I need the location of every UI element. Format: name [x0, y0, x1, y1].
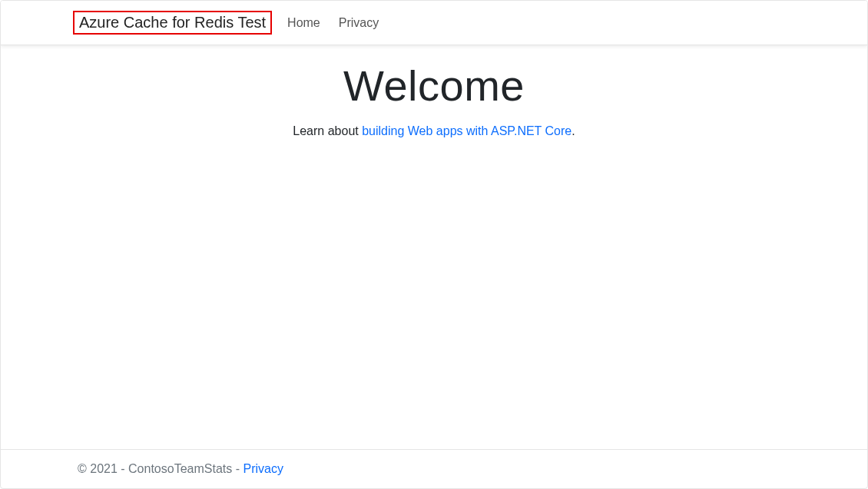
lead-text: Learn about building Web apps with ASP.N…	[293, 124, 575, 138]
footer: © 2021 - ContosoTeamStats - Privacy	[1, 449, 867, 488]
brand-link[interactable]: Azure Cache for Redis Test	[79, 14, 266, 31]
lead-link[interactable]: building Web apps with ASP.NET Core	[362, 124, 571, 137]
footer-copyright: © 2021 - ContosoTeamStats -	[78, 462, 243, 475]
brand-highlight-box: Azure Cache for Redis Test	[73, 11, 272, 35]
footer-privacy-link[interactable]: Privacy	[243, 462, 283, 475]
page-title: Welcome	[343, 61, 525, 111]
top-nav: Azure Cache for Redis Test Home Privacy	[1, 1, 867, 45]
nav-container: Azure Cache for Redis Test Home Privacy	[1, 1, 867, 45]
main-content: Welcome Learn about building Web apps wi…	[1, 45, 867, 449]
nav-link-privacy[interactable]: Privacy	[336, 16, 382, 30]
nav-link-home[interactable]: Home	[284, 16, 323, 30]
lead-suffix: .	[571, 124, 575, 137]
lead-prefix: Learn about	[293, 124, 362, 137]
